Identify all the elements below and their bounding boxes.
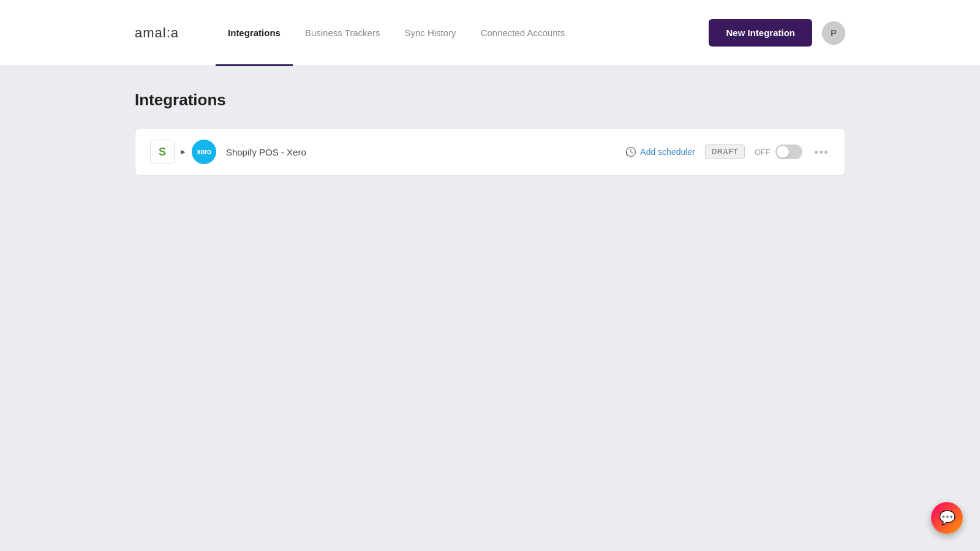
app-logo: amal:a <box>135 25 179 41</box>
toggle-section: OFF <box>755 144 802 159</box>
clock-icon <box>625 146 636 157</box>
page-title: Integrations <box>135 91 845 110</box>
arrow-icon: ► <box>179 148 187 156</box>
navbar: amal:a Integrations Business Trackers Sy… <box>0 0 980 66</box>
integration-card: S ► xero Shopify POS - Xero Add schedule… <box>135 128 845 176</box>
tab-integrations[interactable]: Integrations <box>216 1 293 66</box>
tab-sync-history[interactable]: Sync History <box>392 1 468 66</box>
nav-tabs: Integrations Business Trackers Sync Hist… <box>216 0 709 66</box>
add-scheduler-button[interactable]: Add scheduler <box>625 146 695 157</box>
tab-business-trackers[interactable]: Business Trackers <box>293 1 393 66</box>
navbar-right: New Integration P <box>709 19 845 47</box>
tab-connected-accounts[interactable]: Connected Accounts <box>469 1 578 66</box>
new-integration-button[interactable]: New Integration <box>709 19 812 47</box>
xero-icon: xero <box>192 140 216 164</box>
dot-icon <box>820 151 823 154</box>
dot-icon <box>824 151 827 154</box>
chat-icon: 💬 <box>939 510 956 526</box>
toggle-switch[interactable] <box>775 144 802 159</box>
more-options-button[interactable] <box>812 148 830 156</box>
chat-button[interactable]: 💬 <box>931 502 963 534</box>
avatar[interactable]: P <box>822 21 845 45</box>
integration-icons: S ► xero <box>150 140 216 164</box>
toggle-off-label: OFF <box>755 148 771 157</box>
integration-name: Shopify POS - Xero <box>226 147 616 157</box>
integration-row: S ► xero Shopify POS - Xero Add schedule… <box>135 129 845 175</box>
shopify-icon: S <box>150 140 175 164</box>
toggle-knob <box>777 146 789 158</box>
dot-icon <box>815 151 818 154</box>
main-content: Integrations S ► xero Shopify POS - Xero <box>0 66 980 200</box>
status-badge: DRAFT <box>705 144 745 159</box>
